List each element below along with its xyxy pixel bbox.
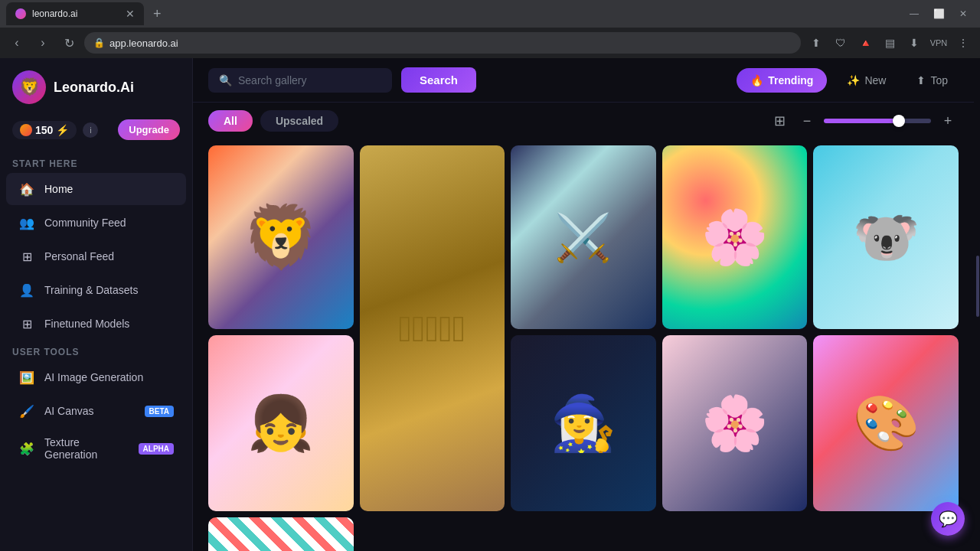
card-btn-gen10[interactable]: # — [323, 523, 348, 548]
refresh-btn[interactable]: ↻ — [58, 32, 80, 54]
card-btn-gen8[interactable]: # — [718, 341, 743, 366]
back-btn[interactable]: ‹ — [6, 32, 28, 54]
forward-btn[interactable]: › — [32, 32, 54, 54]
image-card-anime[interactable]: # ⊘ ⤢ — [208, 335, 354, 511]
card-btn-expand9[interactable]: ⤢ — [928, 341, 952, 366]
zoom-slider[interactable] — [824, 119, 931, 123]
card-btn-gen5[interactable]: # — [870, 152, 894, 176]
image-card-floral[interactable]: # — [208, 517, 354, 551]
brand-area: 🦁 Leonardo.Ai — [0, 58, 192, 113]
search-icon: 🔍 — [219, 74, 232, 86]
alpha-badge: ALPHA — [139, 443, 174, 455]
trending-btn[interactable]: 🔥 Trending — [737, 68, 827, 93]
upscaled-filter-btn[interactable]: Upscaled — [260, 110, 338, 132]
card-btn-expand7[interactable]: ⤢ — [626, 341, 650, 366]
image-card-dark-woman[interactable]: ⊘ ⤢ — [511, 335, 656, 511]
sidebar-item-texture[interactable]: 🧩 Texture Generation ALPHA — [6, 429, 186, 468]
new-tab-btn[interactable]: + — [147, 3, 168, 25]
vpn-btn[interactable]: VPN — [928, 32, 949, 54]
card-btn-gen7[interactable]: ⊘ — [596, 341, 621, 366]
download-btn[interactable]: ⬇ — [903, 32, 925, 54]
card-btn-gen3[interactable]: # — [567, 152, 592, 176]
card-btn-expand[interactable]: ⤢ — [323, 152, 348, 176]
sidebar-toggle-btn[interactable]: ▤ — [879, 32, 900, 54]
main-content: 🔍 Search gallery Search 🔥 Trending ✨ New… — [193, 58, 974, 551]
sidebar-item-ai-image-label: AI Image Generation — [44, 371, 143, 383]
image-card-hieroglyphs[interactable]: 𓂀𓁿𓊪𓆗𓃭 # ⤢ — [360, 145, 505, 511]
image-card-flowers[interactable]: # ⊘ ⤢ — [662, 145, 808, 329]
card-btn-gen2[interactable]: # — [445, 152, 469, 176]
image-card-colorful[interactable]: # ⊘ ⤢ — [813, 335, 959, 511]
image-card-warrior[interactable]: # ⊘ ⤢ — [511, 145, 656, 329]
sidebar-item-ai-image[interactable]: 🖼️ AI Image Generation — [6, 361, 186, 393]
brand-avatar: 🦁 — [12, 70, 46, 104]
card-btn-expand8[interactable]: ⤢ — [776, 341, 801, 366]
card-btn-expand2[interactable]: ⤢ — [474, 152, 498, 176]
card-btn-remix3[interactable]: ⊘ — [596, 152, 621, 176]
image-grid: # ⊘ ⤢ 𓂀𓁿𓊪𓆗𓃭 # ⤢ # ⊘ ⤢ — [193, 139, 974, 551]
address-bar[interactable]: 🔒 app.leonardo.ai — [84, 32, 801, 54]
app-layout: 🦁 Leonardo.Ai 150 ⚡ i Upgrade Start Here… — [0, 58, 980, 551]
scrollbar-thumb — [976, 256, 979, 317]
active-tab[interactable]: leonardo.ai ✕ — [6, 2, 144, 25]
share-btn[interactable]: ⬆ — [805, 32, 827, 54]
zoom-in-btn[interactable]: + — [937, 110, 959, 132]
card-btn-remix6[interactable]: ⊘ — [294, 341, 318, 366]
image-card-pink-hair[interactable]: # ⊘ ⤢ — [662, 335, 808, 511]
card-btn-gen[interactable]: # — [265, 152, 289, 176]
upgrade-btn[interactable]: Upgrade — [118, 119, 180, 140]
top-label: Top — [930, 74, 948, 86]
shield-btn[interactable]: 🛡 — [830, 32, 851, 54]
sidebar-item-community-feed[interactable]: 👥 Community Feed — [6, 207, 186, 239]
top-btn[interactable]: ⬆ Top — [906, 68, 959, 93]
card-btn-remix4[interactable]: ⊘ — [747, 152, 772, 176]
sidebar-item-ai-canvas[interactable]: 🖌️ AI Canvas BETA — [6, 395, 186, 427]
personal-feed-icon: ⊞ — [18, 248, 35, 265]
sidebar-item-finetuned[interactable]: ⊞ Finetuned Models — [6, 308, 186, 340]
credits-info-btn[interactable]: i — [83, 122, 98, 138]
sidebar-item-personal-label: Personal Feed — [44, 250, 114, 262]
sidebar-item-home[interactable]: 🏠 Home — [6, 173, 186, 205]
brand-name: Leonardo.Ai — [54, 80, 134, 96]
filter-bar: All Upscaled ⊞ − + — [193, 103, 974, 139]
credits-icon — [20, 124, 32, 136]
home-icon: 🏠 — [18, 181, 35, 197]
beta-badge: BETA — [145, 406, 174, 417]
image-card-koala[interactable]: # ⊘ ⤢ — [813, 145, 959, 329]
grid-view-btn[interactable]: ⊞ — [769, 110, 790, 132]
tab-close-btn[interactable]: ✕ — [126, 8, 135, 20]
card-btn-gen9[interactable]: # — [870, 341, 894, 366]
finetuned-icon: ⊞ — [18, 315, 35, 332]
zoom-out-btn[interactable]: − — [796, 110, 818, 132]
new-btn[interactable]: ✨ New — [836, 68, 897, 93]
card-btn-gen4[interactable]: # — [718, 152, 743, 176]
sidebar-item-training[interactable]: 👤 Training & Datasets — [6, 274, 186, 306]
image-card-lion[interactable]: # ⊘ ⤢ — [208, 145, 354, 329]
sidebar-item-personal-feed[interactable]: ⊞ Personal Feed — [6, 240, 186, 272]
card-btn-remix8[interactable]: ⊘ — [747, 341, 772, 366]
card-btn-expand5[interactable]: ⤢ — [928, 152, 952, 176]
url-text: app.leonardo.ai — [109, 37, 178, 49]
card-btn-remix5[interactable]: ⊘ — [899, 152, 923, 176]
search-btn[interactable]: Search — [401, 67, 476, 93]
menu-btn[interactable]: ⋮ — [952, 32, 974, 54]
card-btn-expand3[interactable]: ⤢ — [626, 152, 650, 176]
search-box[interactable]: 🔍 Search gallery — [208, 68, 392, 93]
top-icon: ⬆ — [916, 74, 926, 86]
community-feed-icon: 👥 — [18, 214, 35, 231]
scrollbar[interactable] — [974, 58, 980, 551]
all-filter-btn[interactable]: All — [208, 110, 253, 132]
card-btn-expand6[interactable]: ⤢ — [323, 341, 348, 366]
maximize-btn[interactable]: ⬜ — [928, 3, 949, 24]
chat-support-btn[interactable]: 💬 — [931, 502, 965, 536]
card-btn-gen6[interactable]: # — [265, 341, 289, 366]
card-btn-remix9[interactable]: ⊘ — [899, 341, 923, 366]
sidebar-item-home-label: Home — [44, 183, 73, 195]
extension-btn[interactable]: 🔺 — [854, 32, 876, 54]
training-icon: 👤 — [18, 282, 35, 298]
card-btn-remix[interactable]: ⊘ — [294, 152, 318, 176]
minimize-btn[interactable]: — — [903, 3, 925, 24]
search-placeholder: Search gallery — [238, 74, 307, 86]
card-btn-expand4[interactable]: ⤢ — [776, 152, 801, 176]
close-browser-btn[interactable]: ✕ — [952, 3, 974, 24]
